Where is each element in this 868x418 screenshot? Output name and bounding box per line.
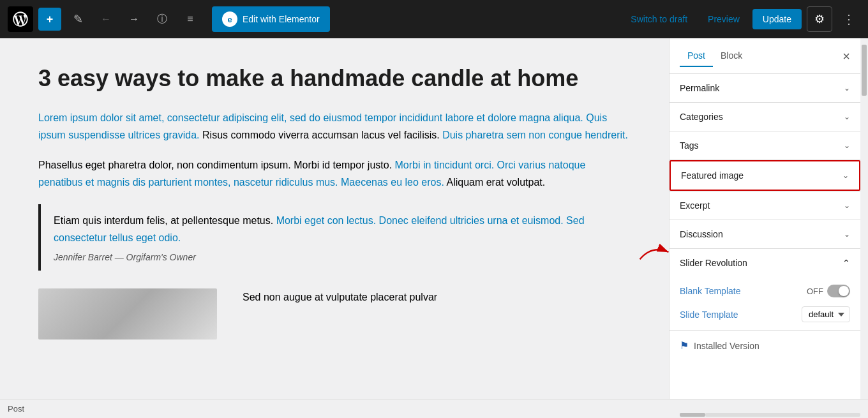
toolbar-right: Switch to draft Preview Update ⚙ ⋮ <box>623 6 860 32</box>
paragraph-1: Lorem ipsum dolor sit amet, consectetur … <box>38 109 631 144</box>
sidebar: Post Block × Permalink ⌄ Categories <box>669 38 860 399</box>
redo-button[interactable]: → <box>123 8 146 31</box>
close-sidebar-button[interactable]: × <box>842 50 850 63</box>
blank-template-toggle[interactable]: OFF <box>807 285 850 297</box>
section-excerpt: Excerpt ⌄ <box>670 191 860 220</box>
post-status-label: Post <box>8 404 24 414</box>
add-button[interactable]: + <box>38 8 61 31</box>
installed-version: ⚑ Installed Version <box>670 331 860 361</box>
settings-button[interactable]: ⚙ <box>807 6 832 32</box>
blank-template-row: Blank Template OFF <box>680 285 850 297</box>
permalink-chevron-icon: ⌄ <box>844 84 850 93</box>
toggle-switch[interactable] <box>827 285 850 297</box>
excerpt-chevron-icon: ⌄ <box>844 201 850 210</box>
paragraph-3: Sed non augue at vulputate placerat pulv… <box>243 283 631 306</box>
slide-template-row: Slide Template default <box>680 306 850 322</box>
wp-logo <box>8 6 33 32</box>
sidebar-header: Post Block × <box>670 38 860 74</box>
blank-template-label: Blank Template <box>680 286 740 296</box>
sidebar-content[interactable]: Permalink ⌄ Categories ⌄ Tags ⌄ <box>670 74 860 399</box>
blockquote-cite: Jennifer Barret — Orgifarm's Owner <box>54 252 196 262</box>
preview-button[interactable]: Preview <box>700 10 747 28</box>
more-options-button[interactable]: ⋮ <box>837 8 860 31</box>
permalink-header[interactable]: Permalink ⌄ <box>670 74 860 102</box>
categories-chevron-icon: ⌄ <box>844 112 850 121</box>
tab-block[interactable]: Block <box>713 45 750 67</box>
discussion-chevron-icon: ⌄ <box>844 230 850 239</box>
wordpress-icon <box>11 10 29 28</box>
discussion-header[interactable]: Discussion ⌄ <box>670 220 860 248</box>
sidebar-wrapper: Post Block × Permalink ⌄ Categories <box>669 38 868 399</box>
h-scrollbar-thumb[interactable] <box>680 413 705 417</box>
h-scrollbar-track <box>705 413 860 417</box>
section-tags: Tags ⌄ <box>670 131 860 160</box>
installed-version-text: Installed Version <box>694 341 760 351</box>
info-button[interactable]: ⓘ <box>151 8 174 31</box>
undo-button[interactable]: ← <box>94 8 117 31</box>
list-button[interactable]: ≡ <box>179 8 202 31</box>
flag-icon: ⚑ <box>680 340 689 352</box>
slider-revolution-header[interactable]: Slider Revolution ⌃ <box>670 249 860 277</box>
switch-draft-button[interactable]: Switch to draft <box>623 10 695 28</box>
vertical-scrollbar[interactable] <box>860 38 868 399</box>
edit-elementor-button[interactable]: e Edit with Elementor <box>212 6 330 32</box>
section-slider-revolution: Slider Revolution ⌃ Blank Template OFF <box>670 249 860 331</box>
excerpt-header[interactable]: Excerpt ⌄ <box>670 191 860 220</box>
slide-template-label: Slide Template <box>680 310 738 320</box>
main-area: 3 easy ways to make a handmade candle at… <box>0 38 868 399</box>
tags-header[interactable]: Tags ⌄ <box>670 131 860 160</box>
toolbar: + ✎ ← → ⓘ ≡ e Edit with Elementor Switch… <box>0 0 868 38</box>
post-image <box>38 288 217 340</box>
content-area[interactable]: 3 easy ways to make a handmade candle at… <box>0 38 669 399</box>
section-discussion: Discussion ⌄ <box>670 220 860 249</box>
categories-header[interactable]: Categories ⌄ <box>670 103 860 131</box>
bottom-bar: Post <box>0 399 868 418</box>
section-permalink: Permalink ⌄ <box>670 74 860 103</box>
featured-image-chevron-icon: ⌄ <box>842 171 849 180</box>
scrollbar-thumb[interactable] <box>862 45 867 96</box>
tags-chevron-icon: ⌄ <box>844 141 850 150</box>
update-button[interactable]: Update <box>752 9 802 29</box>
featured-image-header[interactable]: Featured image ⌄ <box>670 160 860 191</box>
paragraph-2: Phasellus eget pharetra dolor, non condi… <box>38 156 631 191</box>
slider-revolution-content: Blank Template OFF Slide Template defaul… <box>670 277 860 330</box>
section-featured-image: Featured image ⌄ <box>670 160 860 191</box>
slide-template-select[interactable]: default <box>802 306 850 322</box>
edit-button[interactable]: ✎ <box>66 8 89 31</box>
elementor-logo: e <box>222 11 237 27</box>
section-categories: Categories ⌄ <box>670 103 860 131</box>
slider-revolution-chevron-icon: ⌃ <box>842 258 850 268</box>
toggle-state-label: OFF <box>807 287 823 296</box>
blockquote-text: Etiam quis interdum felis, at pellentesq… <box>54 212 618 246</box>
blockquote: Etiam quis interdum felis, at pellentesq… <box>38 204 631 271</box>
tab-post[interactable]: Post <box>680 45 713 67</box>
post-title: 3 easy ways to make a handmade candle at… <box>38 64 631 94</box>
